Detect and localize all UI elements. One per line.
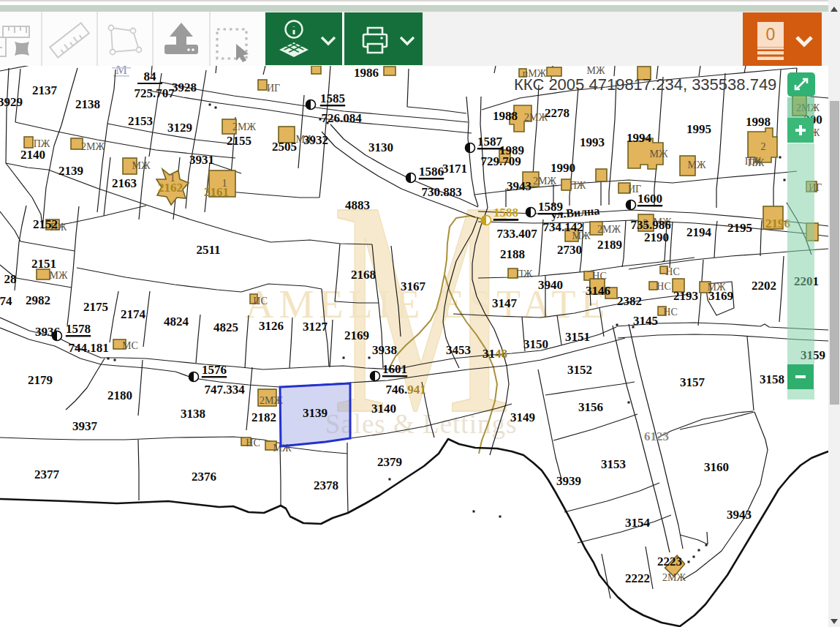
svg-text:2МЖ: 2МЖ [597, 224, 621, 235]
svg-text:1994: 1994 [627, 131, 652, 145]
svg-text:2195: 2195 [727, 221, 752, 235]
svg-text:2223: 2223 [657, 555, 682, 568]
svg-text:МЖ: МЖ [688, 159, 706, 170]
svg-text:3171: 3171 [442, 162, 467, 176]
svg-text:734.142: 734.142 [542, 220, 583, 234]
svg-text:2153: 2153 [128, 114, 153, 128]
svg-text:1585: 1585 [320, 91, 345, 105]
svg-text:2МЖ: 2МЖ [81, 141, 105, 152]
svg-text:2163: 2163 [112, 176, 137, 190]
svg-text:3943: 3943 [727, 508, 752, 522]
svg-text:3146: 3146 [586, 284, 610, 298]
svg-text:2137: 2137 [32, 83, 58, 97]
svg-text:2188: 2188 [500, 247, 525, 261]
svg-text:4824: 4824 [164, 315, 189, 328]
svg-text:2162: 2162 [158, 181, 183, 195]
svg-text:3152: 3152 [567, 363, 592, 377]
svg-text:ПЖ: ПЖ [745, 156, 762, 167]
svg-text:3153: 3153 [601, 457, 626, 471]
svg-text:730.883: 730.883 [421, 185, 461, 199]
svg-text:1587: 1587 [477, 135, 503, 149]
svg-text:3169: 3169 [708, 289, 733, 303]
svg-text:3150: 3150 [523, 337, 548, 351]
svg-text:2193: 2193 [673, 289, 698, 303]
svg-text:ИГ: ИГ [267, 83, 280, 94]
svg-text:74: 74 [0, 294, 12, 308]
svg-text:3931: 3931 [189, 153, 214, 167]
svg-text:2161: 2161 [204, 185, 229, 199]
svg-text:2190: 2190 [644, 230, 669, 244]
svg-text:2505: 2505 [272, 140, 297, 154]
svg-text:3154: 3154 [625, 516, 651, 530]
svg-text:1995: 1995 [686, 122, 711, 136]
svg-text:МЖ: МЖ [650, 149, 668, 159]
svg-text:2МЖ: 2МЖ [533, 176, 556, 187]
svg-text:747.334: 747.334 [204, 383, 245, 397]
svg-text:1586: 1586 [419, 165, 444, 179]
svg-text:НС: НС [657, 281, 670, 292]
svg-text:2155: 2155 [227, 134, 251, 148]
svg-text:2182: 2182 [251, 410, 276, 424]
svg-text:2730: 2730 [557, 243, 582, 257]
svg-text:2189: 2189 [597, 238, 622, 252]
svg-text:3129: 3129 [167, 121, 192, 135]
svg-text:2377: 2377 [34, 468, 60, 481]
svg-text:3138: 3138 [181, 407, 205, 421]
svg-text:3160: 3160 [704, 460, 729, 474]
svg-text:2379: 2379 [377, 455, 402, 469]
svg-text:746.941: 746.941 [385, 383, 425, 397]
svg-text:МЖ: МЖ [587, 66, 605, 76]
svg-text:28: 28 [4, 272, 17, 286]
svg-text:1576: 1576 [202, 363, 227, 377]
svg-text:2169: 2169 [344, 328, 369, 342]
svg-text:2982: 2982 [26, 293, 50, 307]
svg-text:0: 0 [766, 25, 776, 44]
svg-text:4883: 4883 [345, 198, 370, 212]
svg-text:3156: 3156 [578, 400, 603, 414]
svg-text:2180: 2180 [107, 388, 132, 402]
svg-text:ИС: ИС [253, 296, 267, 307]
svg-text:6123: 6123 [644, 429, 669, 443]
svg-text:1993: 1993 [580, 135, 605, 149]
svg-text:3148: 3148 [483, 347, 507, 361]
svg-text:725.707: 725.707 [134, 86, 175, 100]
svg-text:2376: 2376 [192, 470, 216, 484]
svg-text:3928: 3928 [172, 80, 197, 94]
svg-text:1600: 1600 [637, 192, 662, 206]
svg-text:2194: 2194 [686, 225, 712, 239]
svg-text:2168: 2168 [351, 268, 376, 282]
svg-text:84: 84 [144, 70, 157, 83]
svg-text:2140: 2140 [20, 148, 45, 162]
svg-text:2278: 2278 [545, 106, 570, 120]
svg-text:НС: НС [665, 266, 679, 277]
svg-text:3139: 3139 [303, 406, 328, 420]
svg-text:2139: 2139 [58, 164, 83, 178]
svg-text:1578: 1578 [66, 322, 91, 336]
svg-text:НС: НС [246, 438, 260, 448]
svg-text:2196: 2196 [765, 217, 790, 230]
svg-text:2202: 2202 [752, 279, 776, 293]
svg-text:ПЖ: ПЖ [516, 269, 533, 279]
svg-text:3932: 3932 [303, 133, 328, 147]
svg-text:3127: 3127 [303, 320, 328, 334]
svg-text:2: 2 [761, 141, 766, 152]
svg-text:3943: 3943 [507, 179, 531, 193]
svg-text:2378: 2378 [314, 478, 338, 492]
svg-text:735.986: 735.986 [630, 218, 670, 232]
svg-text:744.181: 744.181 [68, 341, 108, 355]
svg-text:3453: 3453 [446, 343, 471, 357]
svg-text:1988: 1988 [493, 109, 518, 123]
svg-text:3145: 3145 [633, 314, 658, 328]
svg-text:3140: 3140 [371, 402, 396, 416]
svg-text:1990: 1990 [550, 161, 575, 175]
svg-text:733.407: 733.407 [496, 227, 537, 241]
svg-text:1588: 1588 [493, 206, 518, 219]
svg-text:2151: 2151 [31, 257, 56, 271]
svg-text:МЖ: МЖ [132, 160, 151, 171]
svg-text:3149: 3149 [510, 410, 535, 424]
svg-text:3151: 3151 [565, 330, 590, 344]
svg-text:3939: 3939 [556, 474, 581, 488]
svg-text:ПЖ: ПЖ [570, 180, 586, 191]
svg-text:3937: 3937 [72, 419, 98, 433]
svg-text:2511: 2511 [196, 243, 220, 257]
